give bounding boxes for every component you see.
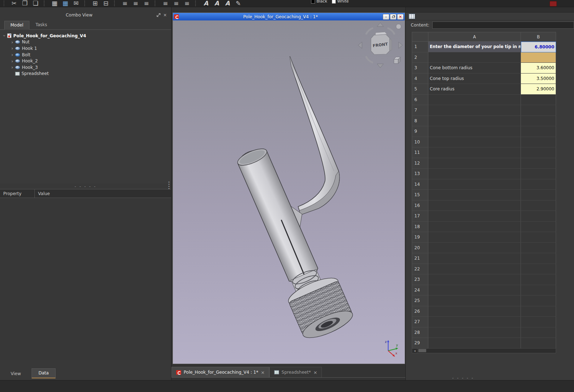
cell-B6[interactable] [521, 95, 556, 105]
toolbar-grip[interactable] [4, 0, 6, 7]
row-header-8[interactable]: 8 [412, 116, 428, 127]
expander-icon[interactable]: › [10, 58, 14, 64]
cell-B13[interactable] [521, 169, 556, 179]
cell-A1[interactable]: Enter the diameter of your pole tip in m… [428, 42, 521, 52]
cell-B11[interactable] [521, 147, 556, 158]
expander-icon[interactable]: › [10, 39, 14, 45]
cell-A17[interactable] [428, 211, 521, 222]
row-header-24[interactable]: 24 [412, 285, 428, 296]
style-italic-icon[interactable]: A [211, 0, 222, 7]
cell-B14[interactable] [521, 179, 556, 190]
cell-B21[interactable] [521, 253, 556, 264]
row-header-16[interactable]: 16 [412, 200, 428, 211]
close-tab-icon[interactable]: × [261, 370, 265, 375]
expander-icon[interactable]: › [10, 52, 14, 57]
cell-B18[interactable] [521, 222, 556, 232]
cell-A27[interactable] [428, 317, 521, 327]
row-header-15[interactable]: 15 [412, 190, 428, 200]
scroll-left-icon[interactable]: ◂ [412, 349, 418, 353]
value-column-header[interactable]: Value [35, 189, 171, 198]
cell-A23[interactable] [428, 274, 521, 285]
row-header-25[interactable]: 25 [412, 296, 428, 306]
row-header-18[interactable]: 18 [412, 222, 428, 232]
cell-B29[interactable] [521, 338, 556, 349]
row-header-19[interactable]: 19 [412, 232, 428, 243]
row-header-6[interactable]: 6 [412, 95, 428, 105]
font-size-icon[interactable]: A [222, 0, 233, 7]
cut-icon[interactable]: ✂ [9, 0, 19, 7]
cell-A25[interactable] [428, 296, 521, 306]
cell-B20[interactable] [521, 243, 556, 254]
row-header-4[interactable]: 4 [412, 74, 428, 84]
row-header-23[interactable]: 23 [412, 274, 428, 285]
close-tab-icon[interactable]: × [313, 370, 317, 375]
row-header-9[interactable]: 9 [412, 126, 428, 137]
align-right-icon[interactable]: ≡ [141, 0, 152, 7]
align-top-icon[interactable]: ≡ [160, 0, 171, 7]
cell-B1[interactable]: 6.80000 [521, 42, 556, 52]
horizontal-scrollbar[interactable]: ◂ [412, 349, 556, 353]
toolbar-icon-red[interactable] [550, 1, 557, 6]
row-header-1[interactable]: 1 [412, 42, 428, 52]
tab-model[interactable]: Model [4, 21, 29, 30]
align-center-icon[interactable]: ≡ [130, 0, 141, 7]
corner-header[interactable] [412, 32, 428, 42]
scrollbar-thumb[interactable] [418, 349, 426, 352]
black-color-option[interactable]: Black [311, 0, 327, 5]
row-header-20[interactable]: 20 [412, 243, 428, 254]
cell-A18[interactable] [428, 222, 521, 232]
nav-mini-cube-icon[interactable] [394, 57, 400, 63]
cell-A6[interactable] [428, 95, 521, 105]
cell-A29[interactable] [428, 338, 521, 349]
row-header-12[interactable]: 12 [412, 158, 428, 169]
row-header-2[interactable]: 2 [412, 52, 428, 63]
row-header-27[interactable]: 27 [412, 317, 428, 327]
nav-home-icon[interactable] [396, 24, 401, 29]
cell-B28[interactable] [521, 327, 556, 338]
column-header-A[interactable]: A [428, 32, 521, 42]
cell-A26[interactable] [428, 306, 521, 317]
cell-B12[interactable] [521, 158, 556, 169]
row-header-13[interactable]: 13 [412, 169, 428, 179]
tab-data[interactable]: Data [32, 368, 56, 378]
cell-B7[interactable] [521, 105, 556, 116]
cell-B19[interactable] [521, 232, 556, 243]
cell-A14[interactable] [428, 179, 521, 190]
copy-icon[interactable]: ❐ [19, 0, 30, 7]
export-spreadsheet-icon[interactable]: ✉ [71, 0, 81, 7]
cell-B3[interactable]: 3.60000 [521, 63, 556, 74]
row-header-22[interactable]: 22 [412, 264, 428, 275]
tree-item-root[interactable]: › Pole_Hook_for_Geocaching_V4 [0, 33, 171, 39]
float-panel-icon[interactable] [155, 12, 162, 18]
row-header-5[interactable]: 5 [412, 84, 428, 95]
tree-item-hook-1[interactable]: ›Hook 1 [0, 45, 171, 52]
panel-splitter-handle[interactable]: - - - - - [0, 183, 171, 189]
set-alias-icon[interactable]: ✎ [233, 0, 244, 7]
cell-B9[interactable] [521, 126, 556, 137]
cell-A24[interactable] [428, 285, 521, 296]
style-bold-icon[interactable]: A [201, 0, 211, 7]
3d-viewport[interactable]: FRONT z y x [173, 20, 405, 364]
cell-A10[interactable] [428, 137, 521, 148]
show-spreadsheet-icon[interactable]: ▦ [49, 0, 60, 7]
restore-icon[interactable] [390, 14, 396, 20]
row-header-11[interactable]: 11 [412, 147, 428, 158]
row-header-21[interactable]: 21 [412, 253, 428, 264]
cell-A2[interactable] [428, 52, 521, 63]
row-header-3[interactable]: 3 [412, 63, 428, 74]
cell-A20[interactable] [428, 243, 521, 254]
expander-icon[interactable]: › [2, 34, 7, 38]
tab-3d-view[interactable]: Pole_Hook_for_Geocaching_V4 : 1* × [171, 367, 269, 377]
align-left-icon[interactable]: ≡ [119, 0, 130, 7]
cell-B5[interactable]: 2.90000 [521, 84, 556, 95]
expander-icon[interactable]: › [10, 46, 14, 51]
tree-item-hook-3[interactable]: ›Hook_3 [0, 64, 171, 71]
close-panel-icon[interactable]: × [162, 12, 168, 18]
row-header-14[interactable]: 14 [412, 179, 428, 190]
cell-B15[interactable] [521, 190, 556, 200]
row-header-28[interactable]: 28 [412, 327, 428, 338]
tab-tasks[interactable]: Tasks [29, 20, 53, 29]
row-header-26[interactable]: 26 [412, 306, 428, 317]
cell-content-input[interactable] [432, 22, 574, 29]
cell-A4[interactable]: Cone top radius [428, 74, 521, 84]
